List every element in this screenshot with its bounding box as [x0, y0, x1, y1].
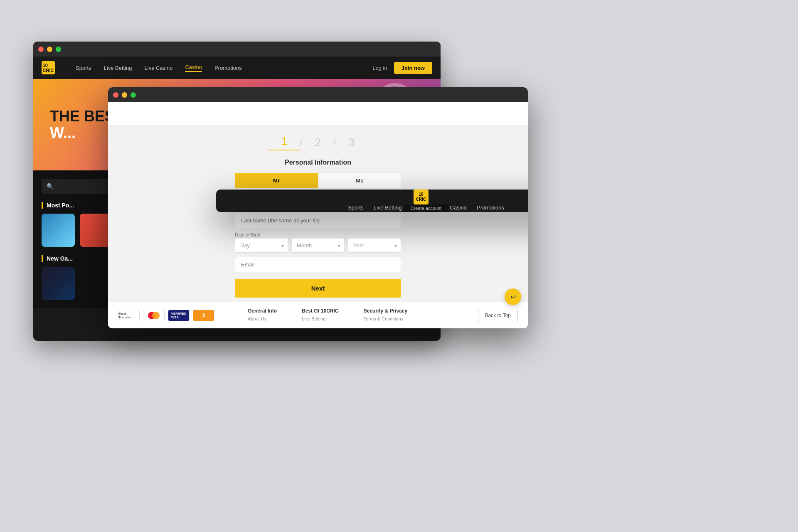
bg-login-button[interactable]: Log in [372, 65, 387, 71]
game-card-1[interactable] [42, 214, 75, 247]
fg-close-icon[interactable] [113, 92, 118, 98]
gender-mr-button[interactable]: Mr [235, 173, 318, 188]
footer-best-of-heading: Best Of 10CRIC [302, 308, 339, 314]
last-name-input[interactable] [235, 213, 401, 228]
step-3: 3 [336, 136, 367, 149]
dob-day-wrap: Day ▼ [235, 238, 288, 253]
fg-minimize-icon[interactable] [122, 92, 127, 98]
form-title: Personal Information [235, 159, 401, 166]
bg-logo: 10CRIC [42, 61, 55, 74]
fg-maximize-icon[interactable] [131, 92, 136, 98]
bg-logo-box: 10CRIC [42, 61, 55, 74]
dob-month-wrap: Month ▼ [291, 238, 345, 253]
dob-day-select[interactable]: Day [235, 238, 288, 253]
step-indicator: 1 / 2 / 3 [108, 135, 528, 150]
footer-security-heading: Security & Privacy [364, 308, 407, 314]
maximize-icon[interactable] [56, 47, 61, 52]
fg-nav-live-betting[interactable]: Live Betting [374, 204, 402, 211]
bg-nav-casino[interactable]: Casino [185, 64, 202, 72]
gender-ms-button[interactable]: Ms [318, 173, 401, 188]
email-input[interactable] [235, 257, 401, 272]
registration-modal: 10CRIC Sports Live Betting Live Casino C… [108, 87, 528, 328]
bg-nav-right: Log in Join now [372, 62, 432, 74]
footer-security: Security & Privacy Terms & Conditions [364, 308, 407, 323]
dob-row: Day ▼ Month ▼ Year ▼ [235, 238, 401, 253]
new-game-card-1[interactable] [42, 267, 75, 300]
close-icon[interactable] [38, 47, 44, 52]
step-1: 1 [268, 135, 300, 150]
registration-content: 1 / 2 / 3 Personal Information Mr Ms Dat… [108, 125, 528, 302]
dob-year-select[interactable]: Year [348, 238, 401, 253]
fg-nav-casino[interactable]: Casino [450, 204, 467, 211]
bg-nav-live-casino[interactable]: Live Casino [145, 65, 173, 71]
personal-info-form: Personal Information Mr Ms Date of Birth… [227, 159, 409, 302]
back-to-top-button[interactable]: Back to Top [478, 309, 518, 322]
payment-logos: Bank Transfer VERIFIEDVISA ₿ [118, 310, 214, 321]
dob-month-select[interactable]: Month [291, 238, 345, 253]
bank-transfer-logo: Bank Transfer [118, 310, 140, 321]
minimize-icon[interactable] [47, 47, 52, 52]
fab-button[interactable]: ↩ [505, 288, 521, 305]
bg-navbar: 10CRIC Sports Live Betting Live Casino C… [33, 57, 441, 79]
fg-logo-box: 10CRIC [414, 190, 429, 204]
bg-nav-promotions[interactable]: Promotions [214, 65, 242, 71]
mastercard-logo [143, 310, 165, 321]
create-account-label: Create account [404, 204, 448, 212]
footer-best-of: Best Of 10CRIC Live Betting [302, 308, 339, 323]
fg-navbar: 10CRIC Sports Live Betting Live Casino C… [216, 190, 528, 212]
bitcoin-logo: ₿ [193, 310, 214, 321]
footer-live-betting-link[interactable]: Live Betting [302, 316, 339, 321]
bg-nav-sports[interactable]: Sports [76, 65, 91, 71]
bg-nav-live-betting[interactable]: Live Betting [104, 65, 132, 71]
dob-year-wrap: Year ▼ [348, 238, 401, 253]
footer-links: General Info About Us Best Of 10CRIC Liv… [248, 308, 407, 323]
footer-terms-link[interactable]: Terms & Conditions [364, 316, 407, 321]
gender-selector: Mr Ms [235, 173, 401, 188]
fg-nav-promotions[interactable]: Promotions [477, 204, 504, 211]
step-2: 2 [302, 136, 334, 149]
fg-nav-sports[interactable]: Sports [348, 204, 364, 211]
dob-label: Date of Birth [235, 232, 401, 237]
footer-general-info: General Info About Us [248, 308, 277, 323]
bg-join-button[interactable]: Join now [394, 62, 432, 74]
fg-footer: Bank Transfer VERIFIEDVISA ₿ General Inf… [108, 302, 528, 328]
bg-title-bar [33, 42, 441, 57]
visa-logo: VERIFIEDVISA [168, 310, 190, 321]
footer-general-info-heading: General Info [248, 308, 277, 314]
fg-title-bar [108, 87, 528, 102]
fg-logo: 10CRIC [414, 190, 429, 204]
footer-about-us-link[interactable]: About Us [248, 316, 277, 321]
next-button[interactable]: Next [235, 279, 401, 298]
